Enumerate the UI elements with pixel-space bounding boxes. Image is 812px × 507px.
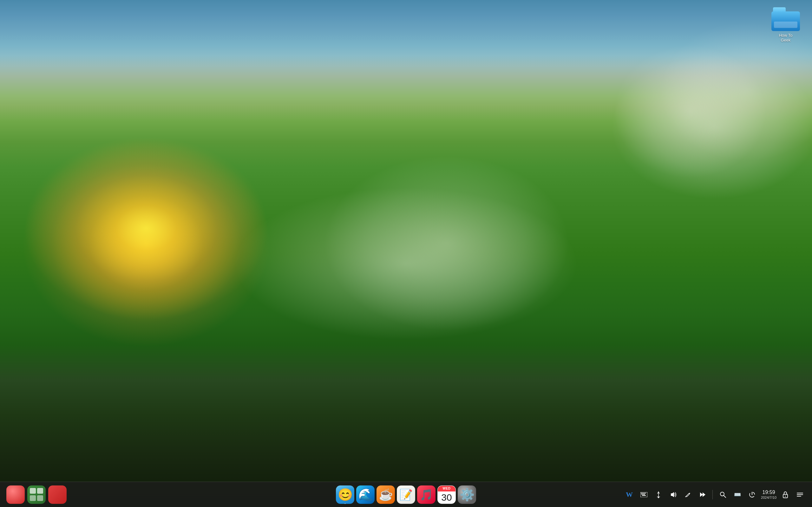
tray-icon-volume[interactable] — [667, 489, 679, 500]
tray-separator-1 — [712, 490, 713, 499]
clock-time: 19:59 — [761, 489, 776, 495]
dock-icon-system-settings[interactable]: ⚙️ — [458, 486, 476, 504]
svg-point-17 — [785, 496, 786, 497]
dock-icon-edge[interactable]: 🌊 — [356, 486, 374, 504]
svg-marker-11 — [703, 493, 705, 497]
edge-icon-symbol: 🌊 — [358, 488, 373, 502]
power-icon — [749, 492, 755, 498]
pencil-icon — [684, 492, 691, 498]
lighting-overlay — [0, 0, 812, 507]
dock-icon-music[interactable]: 🎵 — [417, 486, 436, 504]
svg-rect-1 — [641, 493, 642, 494]
keyboard-icon — [641, 492, 647, 497]
svg-marker-10 — [700, 493, 703, 497]
tray-icon-power[interactable] — [746, 489, 758, 500]
desktop-icon-label: How To Geek — [779, 33, 792, 43]
notification-icon — [797, 492, 803, 498]
overview-tile — [30, 488, 36, 494]
overview-tile — [30, 495, 36, 501]
svg-rect-3 — [644, 493, 645, 494]
music-icon-symbol: 🎵 — [420, 488, 433, 501]
folder-shine — [774, 21, 798, 28]
keyboard-viewer-symbol: ⌨️ — [734, 491, 741, 498]
tray-icon-keyboard-viewer[interactable]: ⌨️ — [732, 489, 743, 500]
svg-point-9 — [658, 497, 659, 498]
tray-icon-spotlight[interactable] — [717, 489, 728, 500]
overview-tile — [37, 495, 43, 501]
dock-icon-amphetamine[interactable]: ☕ — [376, 486, 395, 504]
desktop-icon-how-to-geek[interactable]: How To Geek — [769, 5, 803, 45]
dock-icon-launchpad[interactable] — [6, 486, 25, 504]
amphetamine-icon-symbol: ☕ — [379, 488, 393, 501]
svg-rect-8 — [642, 495, 646, 496]
taskbar-right: W — [623, 489, 806, 500]
svg-rect-2 — [642, 493, 643, 494]
calendar-header: WED — [438, 486, 455, 492]
tray-icon-usb[interactable] — [653, 489, 664, 500]
dock-icon-freeform[interactable]: 📝 — [397, 486, 415, 504]
dock-icon-mosaic[interactable] — [48, 486, 67, 504]
freeform-icon-symbol: 📝 — [399, 488, 413, 501]
folder-body — [771, 11, 800, 31]
tray-icon-pencil[interactable] — [682, 489, 693, 500]
dock-icon-finder[interactable]: 😊 — [336, 486, 354, 504]
clock-date: 2024/7/10 — [761, 496, 776, 500]
svg-point-12 — [720, 492, 724, 496]
dock-icon-calendar[interactable]: WED 30 — [438, 486, 456, 504]
tray-icon-forward[interactable] — [697, 489, 708, 500]
search-icon — [720, 492, 726, 498]
svg-rect-6 — [643, 494, 644, 495]
svg-rect-4 — [645, 493, 646, 494]
tray-icon-lock[interactable] — [780, 489, 791, 500]
svg-line-13 — [724, 496, 726, 498]
usb-icon — [656, 491, 661, 498]
finder-icon-face: 😊 — [336, 486, 354, 504]
calendar-date: 30 — [441, 493, 452, 502]
svg-rect-5 — [641, 494, 642, 495]
folder-icon — [771, 7, 800, 31]
taskbar: 😊 🌊 ☕ 📝 🎵 WED 30 — [0, 482, 812, 507]
system-settings-icon-symbol: ⚙️ — [460, 488, 474, 502]
forward-icon — [699, 492, 705, 498]
tray-icon-keyboard[interactable] — [638, 489, 650, 500]
dock-icon-system-overview[interactable] — [27, 486, 46, 504]
tray-icon-word[interactable]: W — [623, 489, 635, 500]
overview-tile — [37, 488, 43, 494]
finder-dot — [345, 504, 346, 504]
word-icon-label: W — [626, 491, 633, 499]
desktop: How To Geek — [0, 0, 812, 507]
taskbar-left — [6, 486, 67, 504]
taskbar-center: 😊 🌊 ☕ 📝 🎵 WED 30 — [336, 486, 476, 504]
svg-rect-7 — [644, 494, 645, 495]
time-display[interactable]: 19:59 2024/7/10 — [761, 489, 776, 499]
tray-icon-notification[interactable] — [794, 489, 806, 500]
lock-icon — [782, 491, 789, 498]
volume-icon — [670, 491, 676, 498]
